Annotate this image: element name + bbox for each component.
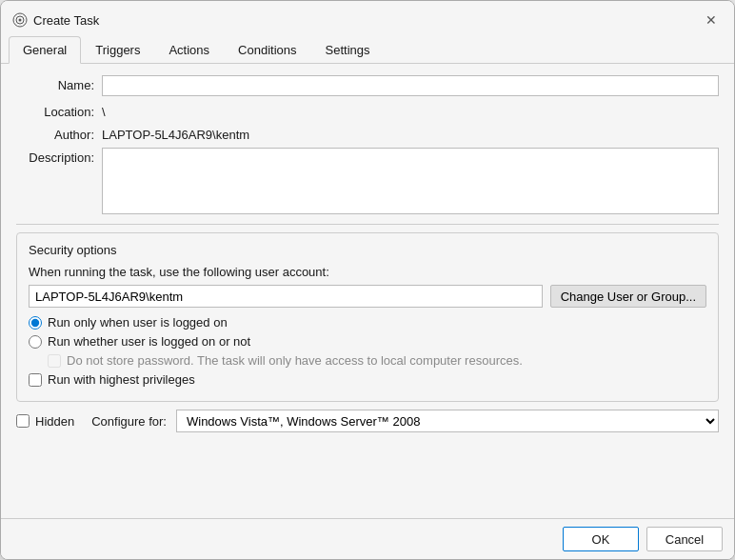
description-input[interactable] [102, 148, 719, 214]
checkbox-hidden-input[interactable] [16, 414, 30, 428]
location-value: \ [102, 102, 106, 119]
tab-settings[interactable]: Settings [311, 36, 385, 64]
footer: OK Cancel [1, 518, 734, 559]
radio-logged-on-input[interactable] [29, 316, 42, 330]
name-row: Name: [16, 75, 719, 96]
user-account-row: Change User or Group... [29, 285, 706, 308]
checkbox-hidden-row: Hidden [16, 414, 74, 429]
checkbox-privileges-label: Run with highest privileges [48, 372, 195, 387]
tab-general[interactable]: General [9, 36, 81, 64]
svg-point-2 [19, 19, 22, 22]
security-options: Security options When running the task, … [16, 232, 719, 402]
dialog-title: Create Task [33, 13, 99, 28]
create-task-dialog: Create Task ✕ General Triggers Actions C… [0, 0, 735, 560]
dialog-icon [12, 12, 28, 28]
main-content: Name: Location: \ Author: LAPTOP-5L4J6AR… [1, 64, 734, 518]
description-row: Description: [16, 148, 719, 214]
radio-logged-on-label: Run only when user is logged on [48, 315, 228, 330]
change-user-button[interactable]: Change User or Group... [550, 285, 706, 308]
radio-whether-logged: Run whether user is logged on or not [29, 334, 706, 349]
configure-select[interactable]: Windows Vista™, Windows Server™ 2008 Win… [176, 410, 719, 432]
location-label: Location: [16, 102, 102, 119]
author-row: Author: LAPTOP-5L4J6AR9\kentm [16, 125, 719, 142]
radio-whether-logged-input[interactable] [29, 335, 42, 349]
tab-actions[interactable]: Actions [154, 36, 224, 64]
name-label: Name: [16, 75, 102, 92]
tab-triggers[interactable]: Triggers [81, 36, 154, 64]
location-row: Location: \ [16, 102, 719, 119]
radio-whether-logged-label: Run whether user is logged on or not [48, 334, 250, 349]
author-label: Author: [16, 125, 102, 142]
checkbox-password-input[interactable] [48, 354, 61, 368]
cancel-button[interactable]: Cancel [646, 527, 723, 551]
user-account-input[interactable] [29, 285, 543, 308]
security-title: Security options [29, 243, 706, 257]
author-value: LAPTOP-5L4J6AR9\kentm [102, 125, 249, 142]
configure-label: Configure for: [91, 414, 167, 429]
checkbox-password-label: Do not store password. The task will onl… [67, 353, 523, 368]
checkbox-password-row: Do not store password. The task will onl… [48, 353, 706, 368]
close-button[interactable]: ✕ [700, 9, 723, 31]
checkbox-privileges-input[interactable] [29, 373, 42, 387]
ok-button[interactable]: OK [563, 527, 639, 551]
hidden-label: Hidden [35, 414, 74, 429]
section-divider [16, 224, 719, 225]
account-label: When running the task, use the following… [29, 265, 706, 279]
tab-conditions[interactable]: Conditions [224, 36, 310, 64]
description-label: Description: [16, 148, 102, 165]
tab-bar: General Triggers Actions Conditions Sett… [1, 35, 734, 64]
checkbox-privileges-row: Run with highest privileges [29, 372, 706, 387]
radio-logged-on: Run only when user is logged on [29, 315, 706, 330]
title-bar: Create Task ✕ [1, 1, 734, 35]
name-input[interactable] [102, 75, 719, 96]
bottom-row: Hidden Configure for: Windows Vista™, Wi… [16, 410, 719, 432]
